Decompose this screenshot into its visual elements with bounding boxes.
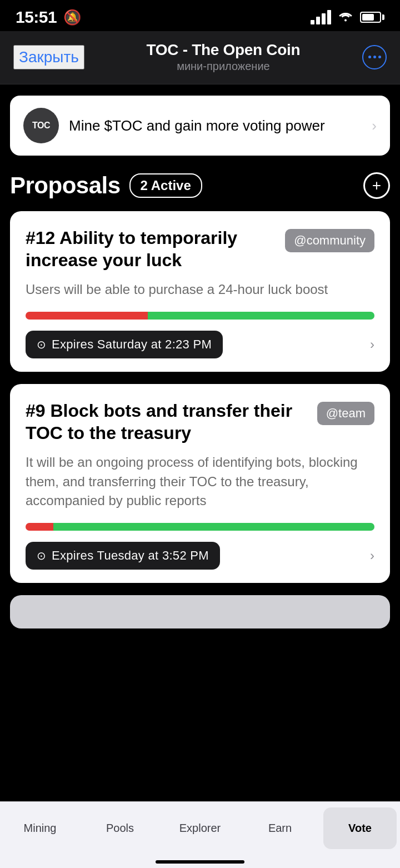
battery-icon — [360, 12, 384, 23]
proposal-9-expires-text: Expires Tuesday at 3:52 PM — [52, 548, 209, 563]
mine-card[interactable]: TOC Mine $TOC and gain more voting power… — [10, 96, 390, 156]
status-bar: 15:51 🔕 — [0, 0, 400, 31]
nav-item-pools[interactable]: Pools — [83, 807, 157, 849]
toc-logo-text: TOC — [32, 121, 50, 131]
proposal-card-9[interactable]: #9 Block bots and transfer their TOC to … — [10, 384, 390, 583]
proposal-12-title: #12 Ability to temporarily increase your… — [26, 227, 278, 271]
proposal-9-description: It will be an ongoing process of identif… — [26, 453, 374, 511]
app-subtitle: мини-приложение — [84, 60, 362, 73]
nav-label-mining: Mining — [24, 822, 57, 835]
clock-icon-9: ⊙ — [37, 549, 46, 562]
nav-item-earn[interactable]: Earn — [243, 807, 317, 849]
nav-label-pools: Pools — [106, 822, 134, 835]
proposal-12-expires-row: ⊙ Expires Saturday at 2:23 PM › — [26, 331, 374, 358]
status-icons — [311, 9, 384, 25]
active-badge: 2 Active — [129, 173, 202, 198]
close-button[interactable]: Закрыть — [13, 45, 84, 69]
partial-card — [10, 595, 390, 628]
nav-label-explorer: Explorer — [179, 822, 221, 835]
bottom-nav: Mining Pools Explorer Earn Vote — [0, 801, 400, 868]
proposal-9-header: #9 Block bots and transfer their TOC to … — [26, 400, 374, 444]
add-icon: + — [372, 177, 381, 194]
proposals-header: Proposals 2 Active + — [10, 172, 390, 199]
status-time: 15:51 — [16, 8, 57, 27]
mine-chevron-icon: › — [372, 117, 377, 134]
wifi-icon — [338, 9, 353, 25]
nav-item-explorer[interactable]: Explorer — [163, 807, 237, 849]
proposal-9-vote-bar — [26, 523, 374, 531]
proposal-12-header: #12 Ability to temporarily increase your… — [26, 227, 374, 271]
proposal-9-vote-red — [26, 523, 53, 531]
nav-label-earn: Earn — [268, 822, 292, 835]
header-center: TOC - The Open Coin мини-приложение — [84, 41, 362, 73]
more-dots-icon — [368, 56, 381, 58]
proposal-9-expires-badge: ⊙ Expires Tuesday at 3:52 PM — [26, 542, 220, 570]
proposal-9-vote-green — [53, 523, 374, 531]
proposal-12-vote-green — [148, 312, 374, 320]
toc-logo: TOC — [23, 108, 59, 143]
proposals-title: Proposals — [10, 172, 121, 199]
app-title: TOC - The Open Coin — [84, 41, 362, 59]
proposal-12-description: Users will be able to purchase a 24-hour… — [26, 280, 374, 300]
proposal-12-vote-bar — [26, 312, 374, 320]
proposal-12-tag: @community — [285, 229, 374, 252]
home-indicator — [156, 860, 244, 864]
proposal-9-chevron-icon: › — [370, 548, 374, 563]
mute-icon: 🔕 — [63, 9, 81, 26]
main-content: TOC Mine $TOC and gain more voting power… — [0, 84, 400, 712]
mine-description: Mine $TOC and gain more voting power — [69, 117, 362, 134]
proposal-9-expires-row: ⊙ Expires Tuesday at 3:52 PM › — [26, 542, 374, 570]
clock-icon-12: ⊙ — [37, 338, 46, 351]
proposal-12-vote-red — [26, 312, 148, 320]
signal-icon — [311, 10, 331, 24]
proposal-12-chevron-icon: › — [370, 337, 374, 352]
proposal-9-tag: @team — [317, 402, 374, 425]
more-button[interactable] — [362, 45, 387, 69]
proposal-card-12[interactable]: #12 Ability to temporarily increase your… — [10, 211, 390, 372]
app-header: Закрыть TOC - The Open Coin мини-приложе… — [0, 31, 400, 84]
proposal-9-title: #9 Block bots and transfer their TOC to … — [26, 400, 311, 444]
nav-item-mining[interactable]: Mining — [3, 807, 77, 849]
proposal-12-expires-text: Expires Saturday at 2:23 PM — [52, 337, 212, 352]
proposal-12-expires-badge: ⊙ Expires Saturday at 2:23 PM — [26, 331, 223, 358]
add-proposal-button[interactable]: + — [363, 172, 390, 199]
nav-item-vote[interactable]: Vote — [323, 807, 397, 849]
nav-label-vote: Vote — [348, 822, 372, 835]
